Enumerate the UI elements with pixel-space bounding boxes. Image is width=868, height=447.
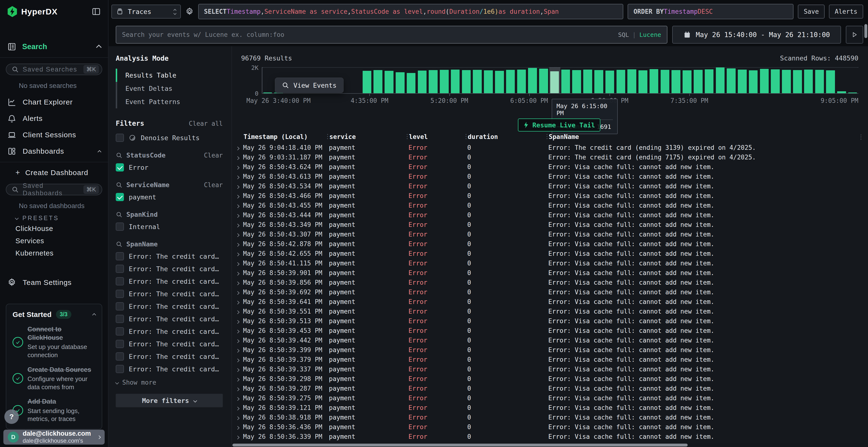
checkbox[interactable] (116, 327, 124, 336)
table-row[interactable]: May 26 8:50:39.379 PM payment Error 0 Er… (232, 355, 868, 365)
histogram-bar[interactable] (672, 70, 680, 93)
order-by-editor[interactable]: ORDER BY Timestamp DESC (628, 4, 794, 19)
histogram-bar[interactable] (539, 69, 548, 93)
checkbox[interactable] (116, 265, 124, 273)
table-row[interactable]: May 26 8:50:38.918 PM payment Error 0 Er… (232, 413, 868, 422)
histogram-bar[interactable] (771, 69, 780, 93)
vertical-scrollbar-thumb[interactable] (864, 24, 867, 38)
analysis-mode-tab[interactable]: Event Deltas (117, 82, 223, 95)
preset-dashboard-link[interactable]: Kubernetes (0, 247, 108, 260)
filter-checkbox-row[interactable]: Error: The credit card … (116, 302, 223, 310)
histogram-bar[interactable] (848, 93, 857, 93)
table-row[interactable]: May 26 8:50:39.692 PM payment Error 0 Er… (232, 287, 868, 297)
row-expand-icon[interactable] (236, 414, 239, 421)
table-row[interactable]: May 26 8:50:39.275 PM payment Error 0 Er… (232, 393, 868, 403)
filter-checkbox-row[interactable]: Error: The credit card … (116, 327, 223, 336)
get-started-item[interactable]: Connect to ClickHouse Set up your databa… (12, 325, 95, 359)
histogram-bar[interactable] (462, 70, 471, 93)
checkbox[interactable] (116, 365, 124, 373)
table-row[interactable]: May 26 8:50:39.337 PM payment Error 0 Er… (232, 365, 868, 374)
table-row[interactable]: May 26 8:50:43.444 PM payment Error 0 Er… (232, 210, 868, 220)
histogram-bar[interactable] (396, 72, 405, 93)
search-input[interactable] (122, 31, 615, 38)
get-started-item[interactable]: Add Data Start sending logs, metrics, or… (12, 398, 95, 423)
saved-dashboards-input[interactable]: Saved Dashboards ⌘K (6, 184, 102, 195)
table-row[interactable]: May 26 8:50:43.624 PM payment Error 0 Er… (232, 162, 868, 172)
show-more-button[interactable]: Show more (116, 379, 223, 386)
row-expand-icon[interactable] (236, 144, 239, 151)
filter-checkbox-row[interactable]: Error: The credit card … (116, 252, 223, 260)
row-expand-icon[interactable] (236, 163, 239, 171)
search-icon[interactable] (116, 182, 123, 188)
table-row[interactable]: May 26 8:50:43.534 PM payment Error 0 Er… (232, 181, 868, 191)
row-expand-icon[interactable] (236, 346, 239, 353)
row-expand-icon[interactable] (236, 327, 239, 334)
lucene-mode-toggle[interactable]: Lucene (640, 31, 661, 38)
table-row[interactable]: May 26 8:50:43.455 PM payment Error 0 Er… (232, 201, 868, 210)
table-row[interactable]: May 26 8:50:39.453 PM payment Error 0 Er… (232, 326, 868, 336)
sidebar-item-search[interactable]: Search (0, 36, 108, 58)
row-expand-icon[interactable] (236, 404, 239, 411)
preset-dashboard-link[interactable]: ClickHouse (0, 222, 108, 235)
row-expand-icon[interactable] (236, 240, 239, 248)
filter-checkbox-row[interactable]: Error: The credit card … (116, 277, 223, 285)
histogram-bar[interactable] (572, 70, 581, 93)
filter-checkbox-row[interactable]: Error: The credit card … (116, 352, 223, 360)
histogram-bar[interactable] (661, 70, 670, 93)
create-dashboard-button[interactable]: + Create Dashboard (0, 162, 108, 179)
histogram-bar[interactable] (749, 70, 758, 93)
table-row[interactable]: May 26 8:50:39.901 PM payment Error 0 Er… (232, 268, 868, 278)
checkbox[interactable] (116, 352, 124, 360)
table-row[interactable]: May 26 8:50:43.349 PM payment Error 0 Er… (232, 220, 868, 230)
sidebar-item-client-sessions[interactable]: Client Sessions (0, 127, 108, 143)
row-expand-icon[interactable] (236, 182, 239, 190)
checkbox[interactable] (116, 302, 124, 310)
histogram-bar[interactable] (683, 70, 691, 93)
histogram-bar[interactable] (738, 70, 747, 93)
table-row[interactable]: May 26 8:50:41.115 PM payment Error 0 Er… (232, 259, 868, 268)
row-expand-icon[interactable] (236, 211, 239, 219)
source-select[interactable]: Traces (112, 5, 181, 19)
checkbox[interactable] (116, 252, 124, 260)
alerts-button[interactable]: Alerts (829, 5, 863, 19)
filter-checkbox-row[interactable]: Error: The credit card … (116, 290, 223, 298)
filter-checkbox-row[interactable]: Error (116, 163, 223, 171)
horizontal-scrollbar[interactable] (232, 443, 864, 447)
histogram-bar[interactable] (495, 71, 504, 93)
filter-clear-button[interactable]: Clear (204, 181, 223, 188)
sidebar-item-chart-explorer[interactable]: Chart Explorer (0, 94, 108, 110)
histogram-bar[interactable] (782, 70, 791, 93)
table-row[interactable]: May 26 8:50:39.513 PM payment Error 0 Er… (232, 316, 868, 326)
analysis-mode-tab[interactable]: Results Table (117, 69, 223, 82)
date-range-picker[interactable]: May 26 15:40:00 - May 26 21:10:00 (672, 26, 841, 44)
checkbox-unchecked[interactable] (116, 134, 124, 142)
search-icon[interactable] (116, 241, 123, 248)
sql-select-editor[interactable]: SELECT Timestamp, ServiceName as service… (198, 4, 623, 19)
histogram-bar[interactable] (804, 70, 813, 93)
histogram-bar[interactable] (815, 70, 824, 93)
view-events-button[interactable]: View Events (275, 77, 344, 93)
help-button[interactable]: ? (4, 409, 19, 424)
histogram-bar[interactable] (473, 70, 482, 93)
histogram-bar[interactable] (429, 70, 438, 93)
histogram-bar[interactable] (407, 73, 416, 93)
histogram-bar[interactable] (373, 70, 382, 93)
histogram-bar[interactable] (716, 67, 725, 93)
row-expand-icon[interactable] (236, 375, 239, 382)
table-row[interactable]: May 26 8:50:39.442 PM payment Error 0 Er… (232, 336, 868, 345)
column-header-timestamp[interactable]: Timestamp (Local) (243, 133, 329, 140)
histogram-bar[interactable] (484, 70, 493, 93)
histogram-bar[interactable] (528, 68, 537, 93)
histogram-bar[interactable] (517, 70, 526, 93)
table-row[interactable]: May 26 8:50:39.551 PM payment Error 0 Er… (232, 307, 868, 316)
checkbox[interactable] (116, 315, 124, 323)
preset-dashboard-link[interactable]: Services (0, 235, 108, 247)
row-expand-icon[interactable] (236, 337, 239, 344)
get-started-item[interactable]: Create Data Sources Configure where your… (12, 366, 95, 391)
denoise-results-checkbox[interactable]: Denoise Results (116, 134, 223, 142)
histogram-bar[interactable] (451, 70, 460, 93)
filter-checkbox-row[interactable]: Error: The credit card … (116, 365, 223, 373)
histogram-bar[interactable] (583, 70, 592, 93)
row-expand-icon[interactable] (236, 308, 239, 315)
row-expand-icon[interactable] (236, 221, 239, 228)
